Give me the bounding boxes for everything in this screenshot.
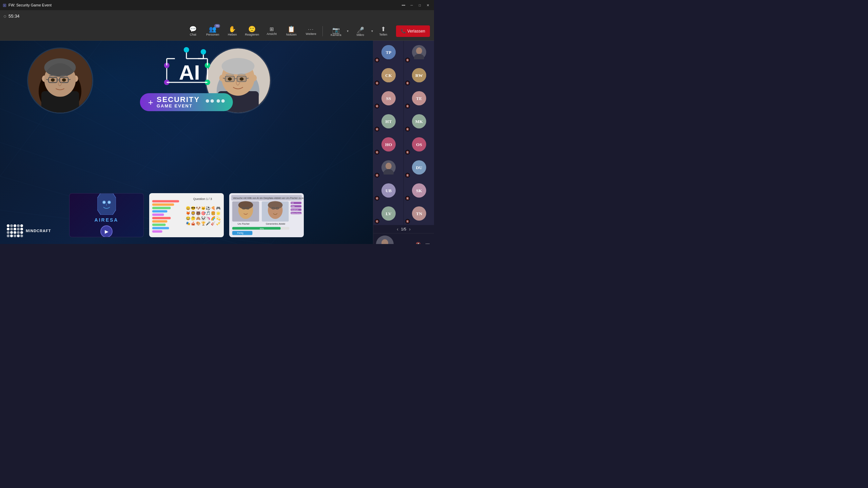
toolbar-notizen[interactable]: 📋 Notizen — [282, 23, 301, 40]
toolbar-personen[interactable]: 👥 Personen 70 — [203, 23, 222, 40]
titlebar: ⊞ FW: Security Game Event ••• ─ □ ✕ — [0, 0, 434, 10]
participant-tp[interactable]: TP 🔇 — [373, 41, 403, 64]
te-avatar: TE — [412, 91, 426, 105]
participant-ss[interactable]: SS 🔇 — [373, 87, 403, 110]
preview-card-airesa[interactable]: AIRESA ▶ — [69, 193, 144, 237]
titlebar-more-btn[interactable]: ••• — [400, 2, 407, 8]
svg-text:HT: HT — [385, 119, 392, 124]
leave-button[interactable]: 📞 Verlassen — [396, 25, 430, 37]
svg-rect-74 — [152, 217, 171, 219]
minimize-btn[interactable]: ─ — [408, 2, 415, 8]
chat-label: Chat — [190, 33, 196, 36]
svg-text:💫: 💫 — [216, 216, 221, 221]
participant-du[interactable]: DU 🔇 — [404, 156, 434, 179]
toolbar-weitere[interactable]: ··· Weitere — [301, 23, 320, 40]
mc-dot — [17, 231, 20, 234]
svg-text:Urs Fischer: Urs Fischer — [238, 223, 250, 225]
airesa-play-btn[interactable]: ▶ — [100, 225, 113, 237]
preview-card-quiz[interactable]: Question 1 / 3 😀 😎 🐶 🐱 ⚽ 🍕 🎮 🦊 🦁 🐻 🎯 — [149, 193, 224, 237]
participant-ub[interactable]: UB 🔇 — [373, 179, 403, 202]
svg-text:🦊: 🦊 — [186, 211, 191, 216]
toolbar-teilen[interactable]: ⬆ Teilen — [374, 23, 393, 40]
toolbar-reagieren[interactable]: 🙂 Reagieren — [242, 23, 261, 40]
participant-photo-2[interactable]: 🔇 — [404, 41, 434, 64]
svg-rect-72 — [152, 210, 167, 212]
mikro-icon: 🎤 — [357, 27, 364, 33]
page-prev-btn[interactable]: ‹ — [397, 226, 398, 232]
toolbar-ansicht[interactable]: ⊞ Ansicht — [262, 23, 281, 40]
timer-value: 55:34 — [8, 14, 20, 19]
mc-dot — [7, 228, 9, 230]
participant-rw[interactable]: RW 🔇 — [404, 64, 434, 87]
meeting-timer: ○ 55:34 — [3, 13, 20, 19]
participant-os[interactable]: OS 🔇 — [404, 133, 434, 156]
svg-rect-78 — [152, 230, 162, 233]
svg-text:HO: HO — [385, 142, 392, 147]
participants-panel: TP 🔇 🔇 — [373, 41, 434, 244]
participant-photo-du[interactable]: 🔇 — [373, 156, 403, 179]
mc-dot — [14, 235, 16, 237]
weitere-label: Weitere — [306, 32, 316, 36]
toolbar-chat[interactable]: 💬 Chat — [183, 23, 202, 40]
mikro-arrow[interactable]: ▾ — [371, 29, 373, 33]
du-mute-icon: 🔇 — [405, 173, 410, 178]
ansicht-icon: ⊞ — [270, 26, 274, 32]
rw-avatar: RW — [412, 68, 426, 82]
participant-lv[interactable]: LV 🔇 — [373, 202, 403, 225]
participant-ht[interactable]: HT 🔇 — [373, 110, 403, 133]
participant-ho[interactable]: HO 🔇 — [373, 133, 403, 156]
svg-text:TN: TN — [416, 211, 422, 216]
page-label: 1/5 — [401, 227, 406, 231]
toolbar-heben[interactable]: ✋ Heben — [223, 23, 242, 40]
page-next-btn[interactable]: › — [409, 226, 411, 232]
svg-text:🐱: 🐱 — [201, 206, 206, 210]
ss-avatar: SS — [381, 91, 396, 105]
mc-dot — [17, 224, 20, 227]
svg-text:TE: TE — [416, 96, 422, 101]
mc-dot — [14, 224, 16, 227]
kamera-icon: 📷 — [332, 27, 340, 33]
mc-dot — [10, 228, 13, 230]
tn-avatar: TN — [412, 206, 426, 221]
participant-te[interactable]: TE 🔇 — [404, 87, 434, 110]
participant-ck[interactable]: CK 🔇 — [373, 64, 403, 87]
participant-mk[interactable]: MK 🔇 — [404, 110, 434, 133]
leave-label: Verlassen — [407, 29, 425, 34]
participant-sk[interactable]: SK 🔇 — [404, 179, 434, 202]
close-btn[interactable]: ✕ — [425, 2, 431, 8]
self-mute-icon[interactable]: 🔇 — [414, 241, 422, 244]
tp-mute-icon: 🔇 — [375, 58, 379, 62]
maximize-btn[interactable]: □ — [416, 2, 423, 8]
participant-tn[interactable]: TN 🔇 — [404, 202, 434, 225]
self-more-btn[interactable]: ••• — [424, 241, 431, 244]
mc-dot — [14, 231, 16, 234]
svg-text:Ausdruck: Ausdruck — [291, 209, 298, 211]
airesa-logo: AIRESA ▶ — [95, 193, 119, 237]
toolbar-kamera[interactable]: 📷 Kamera ▾ — [325, 23, 349, 40]
photo-2-avatar — [412, 45, 426, 59]
svg-text:Stil: Stil — [291, 202, 294, 204]
personen-label: Personen — [206, 33, 219, 36]
notizen-label: Notizen — [286, 33, 297, 36]
svg-text:CK: CK — [385, 73, 392, 78]
toolbar-mikro[interactable]: 🎤 Mikro ▾ — [349, 23, 373, 40]
lv-avatar: LV — [381, 206, 396, 221]
mindcraft-text: MINDCRAFT — [26, 229, 51, 233]
toolbar-divider-1 — [322, 26, 323, 36]
security-game-badge: + SECURITY GAME EVENT — [140, 93, 233, 111]
svg-point-66 — [108, 201, 110, 203]
svg-point-44 — [240, 77, 244, 81]
svg-text:🎺: 🎺 — [216, 221, 221, 226]
notizen-icon: 📋 — [288, 26, 295, 32]
mc-dot — [7, 235, 9, 237]
svg-text:🎸: 🎸 — [211, 221, 216, 226]
svg-rect-77 — [152, 227, 169, 229]
mc-dot — [7, 224, 9, 227]
personen-badge: 70 — [214, 24, 220, 28]
kamera-arrow[interactable]: ▾ — [347, 29, 349, 33]
mindcraft-logo: MINDCRAFT — [7, 224, 51, 237]
svg-text:🌈: 🌈 — [211, 216, 216, 221]
titlebar-title: FW: Security Game Event — [8, 3, 52, 7]
preview-card-deepfake[interactable]: Versuche mit Hilfe von AI ein Deepfake-A… — [229, 193, 304, 237]
svg-point-45 — [184, 47, 189, 53]
